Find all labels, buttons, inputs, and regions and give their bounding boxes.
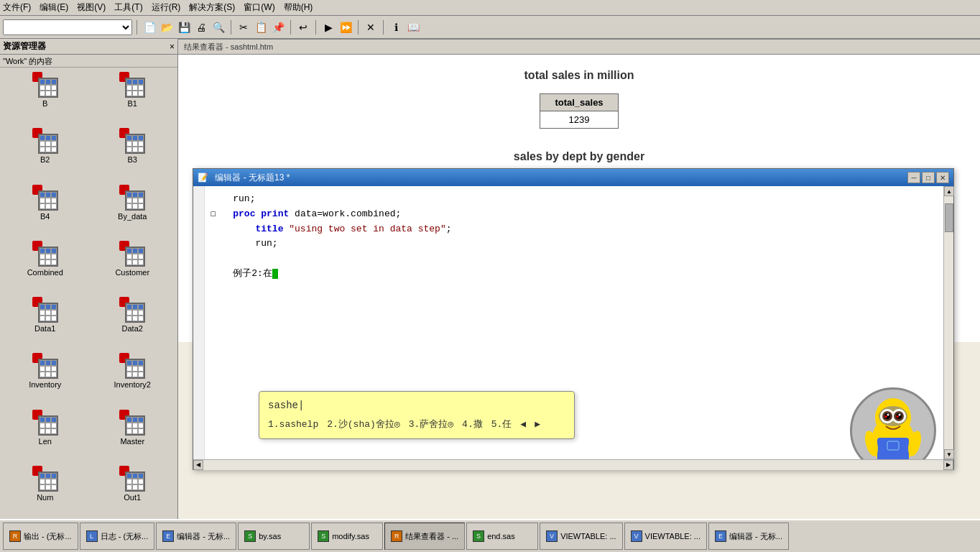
sidebar-ds-out1[interactable]: Out1 bbox=[91, 464, 175, 516]
sidebar-ds-b2[interactable]: B2 bbox=[3, 126, 88, 178]
menu-edit[interactable]: 编辑(E) bbox=[40, 1, 68, 14]
editor-scroll-up[interactable]: ▲ bbox=[944, 186, 954, 196]
preview-btn[interactable]: 🔍 bbox=[211, 19, 226, 35]
sidebar-ds-data1[interactable]: Data1 bbox=[3, 295, 88, 347]
ac-item-1[interactable]: 1.sashelp bbox=[268, 418, 318, 433]
taskbar-vt1-btn[interactable]: V VIEWTABLE: ... bbox=[540, 523, 622, 550]
run1-btn[interactable]: ▶ bbox=[320, 19, 336, 35]
grid-cell-h3-15 bbox=[138, 473, 144, 479]
taskbar-icon-log: L bbox=[86, 530, 98, 542]
new-btn[interactable]: 📄 bbox=[142, 19, 157, 35]
ds-label-master: Master bbox=[120, 437, 144, 446]
sidebar-ds-by_data[interactable]: By_data bbox=[91, 183, 175, 235]
sidebar-ds-num[interactable]: Num bbox=[3, 464, 88, 516]
menu-window[interactable]: 窗口(W) bbox=[244, 1, 274, 14]
taskbar-vt2-btn[interactable]: V VIEWTABLE: ... bbox=[624, 523, 707, 550]
ac-item-4[interactable]: 4.撒 bbox=[462, 418, 483, 433]
sidebar-ds-customer[interactable]: Customer bbox=[91, 239, 175, 291]
grid-cell-h1-8 bbox=[40, 304, 45, 310]
editor-scroll-track bbox=[944, 196, 953, 449]
sidebar-ds-data2[interactable]: Data2 bbox=[91, 295, 175, 347]
taskbar-bysas-btn[interactable]: S by.sas bbox=[238, 523, 310, 550]
book-btn[interactable]: 📖 bbox=[405, 19, 421, 35]
grid-cell-r1c1-6 bbox=[40, 254, 45, 259]
undo-btn[interactable]: ↩ bbox=[295, 19, 311, 35]
grid-cell-h2-4 bbox=[45, 192, 51, 198]
editor-body: run; ◻ proc print data=work.combined; ti… bbox=[193, 186, 953, 459]
menu-file[interactable]: 文件(F) bbox=[3, 1, 31, 14]
sidebar-ds-b[interactable]: B bbox=[3, 70, 88, 122]
editor-minimize-btn[interactable]: ─ bbox=[907, 172, 920, 183]
ac-item-5[interactable]: 5.任 bbox=[491, 418, 512, 433]
taskbar-icon-vt1: V bbox=[546, 530, 558, 542]
menu-tools[interactable]: 工具(T) bbox=[114, 1, 142, 14]
paste-btn[interactable]: 📌 bbox=[270, 19, 286, 35]
ds-icon-num bbox=[32, 466, 58, 492]
open-btn[interactable]: 📂 bbox=[159, 19, 175, 35]
menu-solutions[interactable]: 解决方案(S) bbox=[189, 1, 235, 14]
ac-nav-prev[interactable]: ◀ bbox=[520, 418, 526, 433]
grid-cell-r2c1-1 bbox=[126, 91, 132, 96]
grid-cell-h1-2 bbox=[40, 135, 45, 141]
grid-cell-r1c2-4 bbox=[45, 198, 51, 203]
ac-item-2[interactable]: 2.沙(sha)舍拉◎ bbox=[327, 418, 399, 433]
grid-cell-r2c3-0 bbox=[51, 91, 57, 96]
editor-hscroll-right[interactable]: ▶ bbox=[943, 460, 953, 470]
cut-btn[interactable]: ✂ bbox=[236, 19, 251, 35]
taskbar-endsas-btn[interactable]: S end.sas bbox=[466, 523, 538, 550]
autocomplete-popup[interactable]: sashe| 1.sashelp 2.沙(sha)舍拉◎ 3.萨舍拉◎ 4.撒 … bbox=[259, 391, 575, 439]
taskbar-editor-btn[interactable]: E 编辑器 - 无标... bbox=[156, 523, 236, 550]
taskbar-log-btn[interactable]: L 日志 - (无标... bbox=[80, 523, 155, 550]
sidebar-ds-combined[interactable]: Combined bbox=[3, 239, 88, 291]
info-btn[interactable]: ℹ bbox=[388, 19, 404, 35]
taskbar-modify-btn[interactable]: S modify.sas bbox=[311, 523, 383, 550]
menubar: 文件(F) 编辑(E) 视图(V) 工具(T) 运行(R) 解决方案(S) 窗口… bbox=[0, 0, 980, 16]
toolbar-separator-6 bbox=[383, 20, 384, 34]
sidebar-ds-len[interactable]: Len bbox=[3, 408, 88, 460]
editor-close-btn[interactable]: ✕ bbox=[936, 172, 949, 183]
save-btn[interactable]: 💾 bbox=[176, 19, 192, 35]
editor-hscroll-left[interactable]: ◀ bbox=[193, 460, 203, 470]
sidebar-ds-b3[interactable]: B3 bbox=[91, 126, 175, 178]
editor-scroll-thumb[interactable] bbox=[945, 203, 953, 232]
editor-scroll-down[interactable]: ▼ bbox=[944, 449, 954, 459]
taskbar-resultsviewer-btn[interactable]: R 结果查看器 - ... bbox=[384, 523, 465, 550]
main-layout: 资源管理器 × "Work" 的内容 bbox=[0, 39, 980, 519]
toolbar: 📄 📂 💾 🖨 🔍 ✂ 📋 📌 ↩ ▶ ⏩ ✕ ℹ 📖 bbox=[0, 16, 980, 39]
ds-icon-b1 bbox=[119, 72, 145, 98]
ac-nav-next[interactable]: ▶ bbox=[535, 418, 540, 433]
taskbar-results-btn[interactable]: R 输出 - (无标... bbox=[3, 523, 78, 550]
taskbar-label-bysas: by.sas bbox=[259, 532, 281, 540]
grid-cell-r1c3-15 bbox=[138, 479, 144, 484]
ac-item-3[interactable]: 3.萨舍拉◎ bbox=[409, 418, 453, 433]
ds-label-b1: B1 bbox=[128, 99, 137, 108]
sidebar-close-btn[interactable]: × bbox=[170, 42, 175, 52]
menu-view[interactable]: 视图(V) bbox=[77, 1, 106, 14]
editor-text-area[interactable]: run; ◻ proc print data=work.combined; ti… bbox=[205, 186, 943, 459]
run2-btn[interactable]: ⏩ bbox=[338, 19, 353, 35]
sidebar-ds-inventory[interactable]: Inventory bbox=[3, 351, 88, 403]
print-btn[interactable]: 🖨 bbox=[193, 19, 209, 35]
editor-maximize-btn[interactable]: □ bbox=[922, 172, 935, 183]
grid-cell-h3-8 bbox=[51, 304, 57, 310]
menu-help[interactable]: 帮助(H) bbox=[284, 1, 313, 14]
stop-btn[interactable]: ✕ bbox=[363, 19, 379, 35]
menu-run[interactable]: 运行(R) bbox=[152, 1, 181, 14]
sidebar-ds-inventory2[interactable]: Inventory2 bbox=[91, 351, 175, 403]
taskbar-icon-results: R bbox=[9, 530, 21, 542]
grid-cell-r2c1-13 bbox=[126, 428, 132, 434]
toolbar-dropdown[interactable] bbox=[3, 19, 132, 35]
grid-cell-r2c1-8 bbox=[40, 316, 45, 321]
taskbar-icon-rv: R bbox=[391, 530, 402, 542]
sidebar-ds-master[interactable]: Master bbox=[91, 408, 175, 460]
copy-btn[interactable]: 📋 bbox=[253, 19, 269, 35]
grid-cell-r2c3-5 bbox=[138, 203, 144, 209]
grid-cell-r1c3-6 bbox=[51, 254, 57, 259]
grid-cell-r2c1-12 bbox=[40, 428, 45, 434]
results-cell-value: 1239 bbox=[540, 111, 618, 129]
taskbar-editor2-btn[interactable]: E 编辑器 - 无标... bbox=[708, 523, 789, 550]
ds-icon-grid-9 bbox=[125, 303, 145, 323]
grid-cell-r2c3-12 bbox=[51, 428, 57, 434]
sidebar-ds-b1[interactable]: B1 bbox=[91, 70, 175, 122]
sidebar-ds-b4[interactable]: B4 bbox=[3, 183, 88, 235]
